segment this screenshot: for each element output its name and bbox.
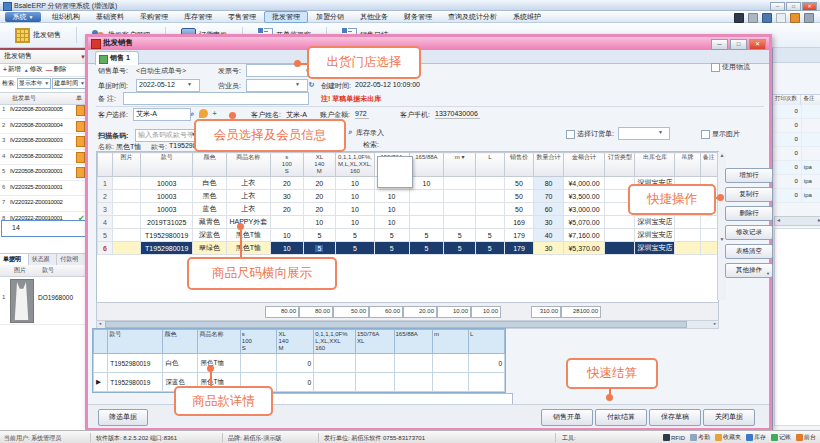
- grid-cell[interactable]: 6: [98, 242, 113, 255]
- refresh-icon[interactable]: ↻: [307, 80, 316, 89]
- grid-cell[interactable]: [112, 216, 140, 229]
- menu-item-系统维护[interactable]: 系统维护: [505, 11, 549, 23]
- grid-cell[interactable]: 20: [271, 203, 304, 216]
- grid-cell[interactable]: [675, 242, 700, 255]
- grid-cell[interactable]: 5: [98, 229, 113, 242]
- menu-item-基础资料[interactable]: 基础资料: [88, 11, 132, 23]
- footer-button-付款结算[interactable]: 付款结算: [595, 409, 647, 426]
- use-logistics-checkbox[interactable]: 使用物流: [711, 62, 750, 72]
- stock-entry-link[interactable]: 库存录入: [356, 128, 384, 138]
- alarm-icon[interactable]: [748, 13, 758, 23]
- sidebar-filter-建单时间[interactable]: 建单时间 ▼: [52, 78, 87, 89]
- grid-cell[interactable]: 10003: [141, 203, 193, 216]
- grid-cell[interactable]: [476, 203, 504, 216]
- detail-grid-row[interactable]: ▶T1952980019深蓝色黑色T恤0: [94, 373, 505, 392]
- display-icon[interactable]: [762, 13, 772, 23]
- product-grid-row[interactable]: 5T1952980019深蓝色黑色T恤1055555517940¥7,160.0…: [98, 229, 718, 242]
- grid-col-header[interactable]: s 100 S: [271, 153, 304, 177]
- grid-cell[interactable]: 2: [98, 190, 113, 203]
- grid-cell[interactable]: 10: [336, 216, 375, 229]
- grid-cell[interactable]: 30: [271, 190, 304, 203]
- order-list-row[interactable]: 5IV220508-Z00030001: [0, 165, 86, 181]
- grid-cell[interactable]: [409, 216, 444, 229]
- grid-cell[interactable]: 30: [534, 216, 563, 229]
- grid-cell[interactable]: 50: [504, 190, 534, 203]
- status-icon-记账[interactable]: 记账: [771, 433, 791, 442]
- footer-button-销售开单[interactable]: 销售开单: [541, 409, 593, 426]
- grid-cell[interactable]: ¥5,070.00: [563, 216, 605, 229]
- grid-cell[interactable]: 10: [336, 190, 375, 203]
- member-icon[interactable]: [199, 109, 208, 118]
- order-list-row[interactable]: 1IV220508-Z00030005: [0, 103, 86, 119]
- order-count-editbox[interactable]: 14: [1, 220, 89, 237]
- grid-cell[interactable]: 20: [271, 177, 304, 190]
- add-customer-icon[interactable]: +: [210, 109, 219, 118]
- window-close-button[interactable]: ✕: [802, 2, 817, 11]
- background-hscrollbar[interactable]: ◄►: [774, 216, 820, 226]
- grid-cell[interactable]: 179: [504, 242, 534, 255]
- grid-cell[interactable]: 10003: [141, 190, 193, 203]
- status-icon-收藏夹[interactable]: 收藏夹: [715, 433, 741, 442]
- grid-col-header[interactable]: XL 140 M: [303, 153, 336, 177]
- menu-item-加盟分销[interactable]: 加盟分销: [308, 11, 352, 23]
- grid-col-header[interactable]: 165/88A: [409, 153, 444, 177]
- tab-sale-1[interactable]: 销售 1: [95, 51, 139, 65]
- grid-cell[interactable]: 3: [98, 203, 113, 216]
- grid-cell[interactable]: [112, 190, 140, 203]
- grid-cell[interactable]: [409, 190, 444, 203]
- grid-col-header[interactable]: m ▾: [444, 153, 476, 177]
- action-button-修改记录[interactable]: 修改记录: [725, 225, 773, 240]
- grid-col-header[interactable]: 0,1,1,1,0F%, M,L,XL,XXL, 160: [336, 153, 375, 177]
- order-list-row[interactable]: 6IV220325-Z00010001: [0, 181, 86, 197]
- grid-col-header[interactable]: 数量合计: [534, 153, 563, 177]
- grid-cell[interactable]: 5: [336, 242, 375, 255]
- grid-cell[interactable]: 30: [534, 242, 563, 255]
- grid-cell[interactable]: 80: [534, 177, 563, 190]
- sidebar-filter-显示本年[interactable]: 显示本年 ▼: [17, 78, 52, 89]
- footer-button-保存草稿[interactable]: 保存草稿: [649, 409, 701, 426]
- order-list-row[interactable]: 2IV220508-Z00030004: [0, 119, 86, 135]
- status-icon-库存[interactable]: 库存: [746, 433, 766, 442]
- grid-col-header[interactable]: 款号: [141, 153, 193, 177]
- grid-col-header[interactable]: 出库仓库: [635, 153, 675, 177]
- grid-col-header[interactable]: 颜色: [193, 153, 226, 177]
- menu-item-批发管理[interactable]: 批发管理: [264, 11, 308, 23]
- sidebar-action-新增[interactable]: +新增: [2, 65, 22, 74]
- grid-cell[interactable]: 179: [504, 229, 534, 242]
- grid-cell[interactable]: 上衣: [226, 203, 271, 216]
- detail-col-header[interactable]: [94, 330, 108, 354]
- grid-cell[interactable]: 5: [476, 229, 504, 242]
- grid-cell[interactable]: 上衣: [226, 190, 271, 203]
- grid-cell[interactable]: 5: [476, 242, 504, 255]
- grid-cell[interactable]: [605, 216, 635, 229]
- grid-cell[interactable]: ¥3,000.00: [563, 203, 605, 216]
- product-grid-row[interactable]: 210003黑色上衣302010105070¥3,500.00深圳宝安店: [98, 190, 718, 203]
- grid-col-header[interactable]: 金额合计: [563, 153, 605, 177]
- grid-cell[interactable]: HAPPY外套: [226, 216, 271, 229]
- grid-cell[interactable]: 10: [374, 190, 409, 203]
- grid-col-header[interactable]: 商品名称: [226, 153, 271, 177]
- detail-col-header[interactable]: L: [468, 330, 504, 354]
- grid-cell[interactable]: 40: [534, 229, 563, 242]
- status-icon-前台[interactable]: 前台: [796, 433, 816, 442]
- chat-icon[interactable]: [776, 13, 786, 23]
- grid-cell[interactable]: 10: [303, 216, 336, 229]
- detail-col-header[interactable]: 颜色: [163, 330, 198, 354]
- action-button-复制行[interactable]: 复制行: [725, 187, 773, 202]
- menu-item-组织机构[interactable]: 组织机构: [44, 11, 88, 23]
- show-image-checkbox[interactable]: 显示图片: [701, 129, 740, 139]
- detail-col-header[interactable]: 0,1,1,1,0F% L,XL,XXL 160: [314, 330, 356, 354]
- sidebar-header[interactable]: 批发销售▼: [0, 48, 90, 64]
- grid-cell[interactable]: 10: [374, 216, 409, 229]
- dialog-close-button[interactable]: ✕: [749, 39, 766, 50]
- grid-cell[interactable]: 藏青色: [193, 216, 226, 229]
- grid-cell[interactable]: 10: [271, 229, 304, 242]
- grid-cell[interactable]: 白色: [193, 177, 226, 190]
- grid-cell[interactable]: [271, 216, 304, 229]
- device-icon[interactable]: [734, 13, 744, 23]
- settings-icon[interactable]: [804, 13, 814, 23]
- grid-cell[interactable]: ¥4,000.00: [563, 177, 605, 190]
- grid-cell[interactable]: [444, 177, 476, 190]
- grid-cell[interactable]: 深蓝色: [193, 229, 226, 242]
- grid-col-header[interactable]: 吊牌: [675, 153, 700, 177]
